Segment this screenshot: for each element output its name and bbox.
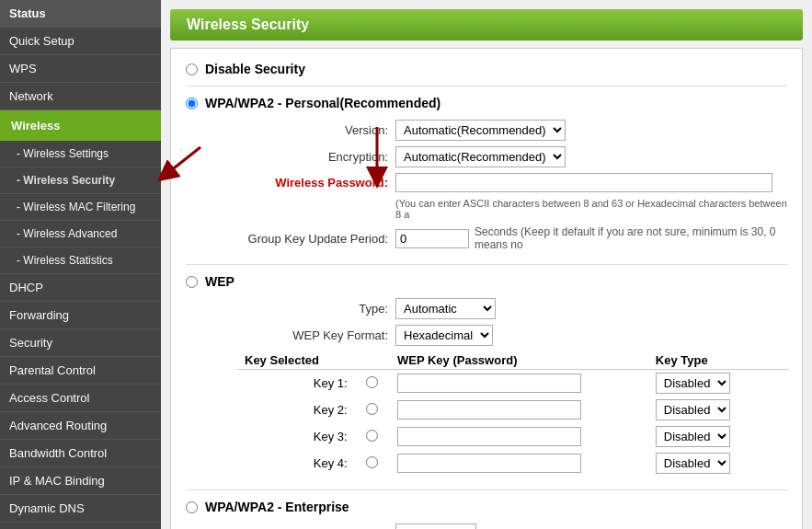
main-content: Wireless Security Disable Security WPA/W… xyxy=(161,0,812,529)
wep-keys-table: Key Selected WEP Key (Password) Key Type… xyxy=(237,351,789,477)
wpa-enterprise-radio[interactable] xyxy=(186,501,198,513)
sidebar-item-access-control[interactable]: Access Control xyxy=(0,385,161,412)
wep-radio[interactable] xyxy=(186,276,198,288)
key3-input[interactable] xyxy=(397,427,581,446)
sidebar-item-security[interactable]: Security xyxy=(0,329,161,357)
sidebar-item-advanced-routing[interactable]: Advanced Routing xyxy=(0,412,161,440)
password-row: Wireless Password: xyxy=(212,173,787,192)
sidebar-item-wireless-security[interactable]: - Wireless Security xyxy=(0,167,161,194)
divider-1 xyxy=(186,86,787,86)
wep-key-format-select[interactable]: Hexadecimal ASCII xyxy=(395,325,493,346)
wep-label: WEP xyxy=(205,274,234,289)
key2-radio[interactable] xyxy=(366,403,378,415)
wpa-personal-options: Version: Automatic(Recommended) WPA WPA2… xyxy=(212,120,787,251)
wep-key-header: WEP Key (Password) xyxy=(390,351,648,370)
wep-type-select[interactable]: Automatic Open System Shared Key xyxy=(395,298,496,319)
divider-3 xyxy=(186,489,787,490)
disable-security-radio[interactable] xyxy=(186,63,198,75)
key2-type-select[interactable]: Disabled64bit128bit152bit xyxy=(656,399,730,420)
key4-label: Key 4: xyxy=(237,450,355,477)
encryption-row: Encryption: Automatic(Recommended) TKIP … xyxy=(212,146,787,167)
password-hint: (You can enter ASCII characters between … xyxy=(395,198,787,220)
disable-security-label: Disable Security xyxy=(205,62,305,76)
sidebar-item-wireless-statistics[interactable]: - Wireless Statistics xyxy=(0,247,161,274)
wpa-personal-label: WPA/WPA2 - Personal(Recommended) xyxy=(205,96,440,110)
key3-radio[interactable] xyxy=(366,430,378,442)
wep-row: WEP xyxy=(186,274,787,289)
sidebar-item-system-tools[interactable]: System Tools xyxy=(0,523,161,529)
sidebar-item-wireless-settings[interactable]: - Wireless Settings xyxy=(0,141,161,167)
key3-label: Key 3: xyxy=(237,423,355,450)
group-key-hint: Seconds (Keep it default if you are not … xyxy=(475,225,787,251)
key-selected-header: Key Selected xyxy=(237,351,355,370)
sidebar-item-parental-control[interactable]: Parental Control xyxy=(0,357,161,385)
wpa-enterprise-options: Version: Automatic WPA WPA2 Encryption: … xyxy=(212,523,787,529)
table-row: Key 1: Disabled64bit128bit152bit xyxy=(237,370,789,397)
group-key-row: Group Key Update Period: Seconds (Keep i… xyxy=(212,225,787,251)
sidebar-item-status[interactable]: Status xyxy=(0,0,161,28)
key2-label: Key 2: xyxy=(237,397,355,423)
sidebar-item-network[interactable]: Network xyxy=(0,83,161,110)
sidebar-item-dhcp[interactable]: DHCP xyxy=(0,274,161,302)
table-row: Key 2: Disabled64bit128bit152bit xyxy=(237,397,789,423)
key-type-header: Key Type xyxy=(648,351,789,370)
enterprise-version-row: Version: Automatic WPA WPA2 xyxy=(212,523,787,529)
content-area: Disable Security WPA/WPA2 - Personal(Rec… xyxy=(170,48,803,529)
key1-label: Key 1: xyxy=(237,370,355,397)
sidebar-item-dynamic-dns[interactable]: Dynamic DNS xyxy=(0,495,161,523)
key1-radio[interactable] xyxy=(366,376,378,388)
key2-input[interactable] xyxy=(397,400,581,420)
key1-type-select[interactable]: Disabled64bit128bit152bit xyxy=(656,373,730,394)
password-arrow-icon xyxy=(359,118,432,191)
wep-key-format-row: WEP Key Format: Hexadecimal ASCII xyxy=(212,325,787,346)
sidebar-item-wps[interactable]: WPS xyxy=(0,55,161,83)
table-row: Key 4: Disabled64bit128bit152bit xyxy=(237,450,789,477)
sidebar-item-wireless-advanced[interactable]: - Wireless Advanced xyxy=(0,221,161,247)
version-row: Version: Automatic(Recommended) WPA WPA2 xyxy=(212,120,787,141)
disable-security-row: Disable Security xyxy=(186,62,787,76)
sidebar-item-quick-setup[interactable]: Quick Setup xyxy=(0,28,161,55)
sidebar-item-forwarding[interactable]: Forwarding xyxy=(0,302,161,329)
key4-type-select[interactable]: Disabled64bit128bit152bit xyxy=(656,453,730,474)
key3-type-select[interactable]: Disabled64bit128bit152bit xyxy=(656,426,730,447)
wpa-personal-radio[interactable] xyxy=(186,98,198,109)
wpa-enterprise-row: WPA/WPA2 - Enterprise xyxy=(186,500,787,514)
wpa-personal-row: WPA/WPA2 - Personal(Recommended) xyxy=(186,96,787,110)
sidebar-item-bandwidth-control[interactable]: Bandwidth Control xyxy=(0,440,161,467)
wep-key-format-label: WEP Key Format: xyxy=(212,328,395,342)
group-key-label: Group Key Update Period: xyxy=(212,232,395,246)
sidebar-item-wireless-mac-filtering[interactable]: - Wireless MAC Filtering xyxy=(0,194,161,221)
enterprise-version-select[interactable]: Automatic WPA WPA2 xyxy=(395,523,476,529)
wep-type-row: Type: Automatic Open System Shared Key xyxy=(212,298,787,319)
wpa-enterprise-label: WPA/WPA2 - Enterprise xyxy=(205,500,349,514)
wep-type-label: Type: xyxy=(212,302,395,316)
sidebar: Status Quick Setup WPS Network Wireless … xyxy=(0,0,161,529)
divider-2 xyxy=(186,264,787,265)
key4-radio[interactable] xyxy=(366,456,378,468)
table-row: Key 3: Disabled64bit128bit152bit xyxy=(237,423,789,450)
group-key-input[interactable] xyxy=(395,229,469,248)
sidebar-item-wireless[interactable]: Wireless xyxy=(0,110,161,141)
key4-input[interactable] xyxy=(397,454,581,473)
page-header: Wireless Security xyxy=(170,9,803,40)
sidebar-item-ip-mac-binding[interactable]: IP & MAC Binding xyxy=(0,467,161,495)
wireless-password-input[interactable] xyxy=(395,173,772,192)
wep-options: Type: Automatic Open System Shared Key W… xyxy=(212,298,787,477)
key1-input[interactable] xyxy=(397,374,581,393)
